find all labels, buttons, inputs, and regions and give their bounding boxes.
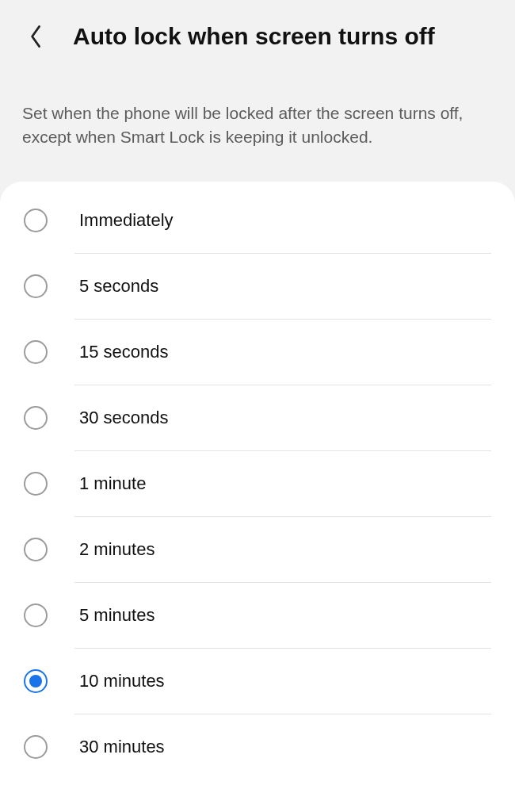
header: Auto lock when screen turns off [0,0,515,65]
option-row[interactable]: 30 seconds [24,385,491,450]
option-row[interactable]: 2 minutes [24,517,491,582]
option-row[interactable]: 30 minutes [24,714,491,779]
option-label: 1 minute [79,473,146,494]
option-row[interactable]: 1 minute [24,451,491,516]
radio-dot-icon [29,675,42,688]
option-row[interactable]: 5 seconds [24,254,491,319]
option-label: 5 seconds [79,276,158,297]
back-button[interactable] [22,22,51,51]
page-description: Set when the phone will be locked after … [0,65,515,182]
option-row[interactable]: Immediately [24,188,491,253]
radio-button[interactable] [24,209,48,232]
page-title: Auto lock when screen turns off [73,23,435,50]
radio-button[interactable] [24,538,48,561]
option-label: 15 seconds [79,342,169,362]
radio-button[interactable] [24,472,48,496]
radio-button[interactable] [24,603,48,627]
option-label: 10 minutes [79,671,165,691]
radio-button[interactable] [24,735,48,759]
option-label: 30 seconds [79,408,169,428]
radio-button[interactable] [24,340,48,364]
options-list: Immediately5 seconds15 seconds30 seconds… [0,182,515,812]
option-row[interactable]: 5 minutes [24,583,491,648]
option-row[interactable]: 10 minutes [24,649,491,714]
radio-button[interactable] [24,274,48,298]
option-row[interactable]: 15 seconds [24,320,491,385]
option-label: 30 minutes [79,737,165,757]
option-label: 5 minutes [79,605,154,626]
option-label: 2 minutes [79,539,154,560]
option-label: Immediately [79,210,174,231]
radio-button[interactable] [24,406,48,430]
chevron-left-icon [28,22,45,51]
radio-button[interactable] [24,669,48,693]
